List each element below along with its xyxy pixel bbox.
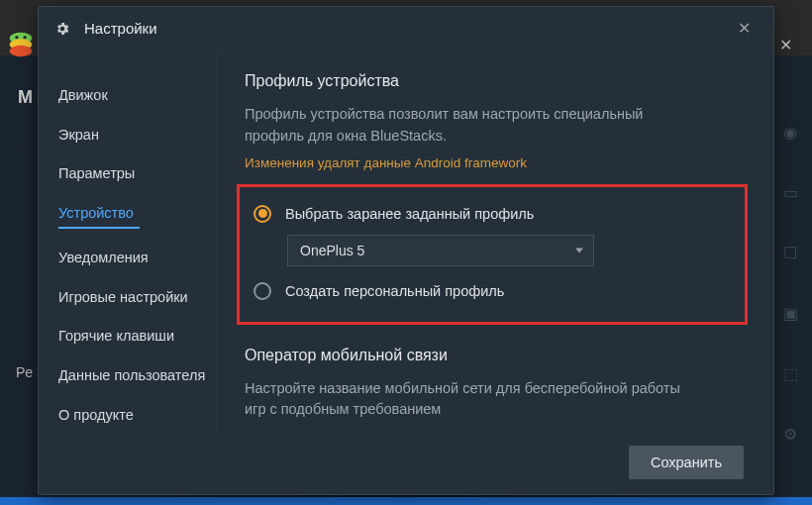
section-desc: Профиль устройства позволит вам настроит… [245, 104, 700, 148]
radio-label: Выбрать заранее заданный профиль [285, 206, 534, 222]
modal-header: Настройки ✕ [39, 7, 773, 50]
section-warning: Изменения удалят данные Android framewor… [245, 155, 746, 170]
sidebar-item-notifications[interactable]: Уведомления [58, 239, 216, 278]
close-button[interactable]: ✕ [730, 15, 758, 43]
highlight-box: Выбрать заранее заданный профиль OnePlus… [237, 184, 748, 325]
sidebar-item-label: Параметры [58, 165, 135, 181]
sidebar-item-label: Уведомления [58, 250, 149, 265]
background-text: M [18, 87, 33, 108]
settings-modal: Настройки ✕ Движок Экран Параметры Устро… [38, 6, 774, 495]
sidebar-item-user-data[interactable]: Данные пользователя [58, 356, 216, 396]
radio-label: Создать персональный профиль [285, 283, 504, 299]
sidebar-item-label: Данные пользователя [58, 367, 205, 383]
bg-gear-icon: ⚙ [783, 425, 798, 444]
radio-icon [254, 205, 271, 223]
sidebar-item-label: Движок [58, 87, 108, 103]
background-text-bottom: Pe [16, 364, 33, 380]
svg-point-3 [15, 36, 18, 39]
select-wrap: OnePlus 5 [287, 235, 727, 266]
bluestacks-logo-icon [8, 32, 34, 57]
bg-icon: ⬚ [783, 364, 798, 383]
modal-body: Движок Экран Параметры Устройство Уведом… [39, 50, 773, 431]
bg-icon: ▭ [783, 183, 798, 202]
sidebar-item-about[interactable]: О продукте [58, 396, 216, 432]
section-desc: Настройте название мобильной сети для бе… [245, 378, 700, 422]
radio-custom-profile[interactable]: Создать персональный профиль [254, 276, 727, 306]
sidebar: Движок Экран Параметры Устройство Уведом… [39, 50, 217, 431]
section-carrier: Оператор мобильной связи Настройте назва… [245, 347, 746, 422]
sidebar-item-parameters[interactable]: Параметры [58, 154, 216, 194]
section-title-device-profile: Профиль устройства [245, 72, 746, 90]
sidebar-item-label: О продукте [58, 407, 134, 423]
bg-icon: ▣ [783, 304, 798, 323]
modal-footer: Сохранить [39, 431, 773, 494]
sidebar-item-label: Экран [58, 127, 99, 143]
sidebar-item-device[interactable]: Устройство [58, 194, 216, 240]
radio-preset-profile[interactable]: Выбрать заранее заданный профиль [254, 199, 727, 229]
save-button[interactable]: Сохранить [629, 446, 744, 479]
sidebar-item-label: Горячие клавиши [58, 328, 174, 344]
select-value: OnePlus 5 [300, 243, 364, 258]
bg-icon: ☐ [783, 244, 798, 262]
bg-icon: ◉ [783, 123, 798, 142]
sidebar-item-game-settings[interactable]: Игровые настройки [58, 278, 216, 318]
radio-icon [254, 282, 271, 300]
sidebar-item-engine[interactable]: Движок [58, 76, 216, 116]
section-title-carrier: Оператор мобильной связи [245, 347, 746, 364]
sidebar-item-label: Устройство [58, 205, 134, 221]
sidebar-item-screen[interactable]: Экран [58, 116, 216, 155]
background-right-icons: ◉ ▭ ☐ ▣ ⬚ ⚙ [783, 123, 798, 444]
background-taskbar [0, 497, 812, 505]
device-profile-select[interactable]: OnePlus 5 [287, 235, 594, 266]
sidebar-item-label: Игровые настройки [58, 289, 188, 305]
svg-point-4 [23, 36, 26, 39]
gear-icon [54, 21, 70, 37]
modal-title: Настройки [84, 20, 730, 37]
chevron-down-icon [575, 248, 583, 252]
close-icon: ✕ [738, 19, 751, 38]
sidebar-item-hotkeys[interactable]: Горячие клавиши [58, 317, 216, 356]
svg-point-2 [10, 46, 33, 56]
background-close-icon: ✕ [779, 36, 792, 54]
content-panel: Профиль устройства Профиль устройства по… [217, 50, 773, 431]
